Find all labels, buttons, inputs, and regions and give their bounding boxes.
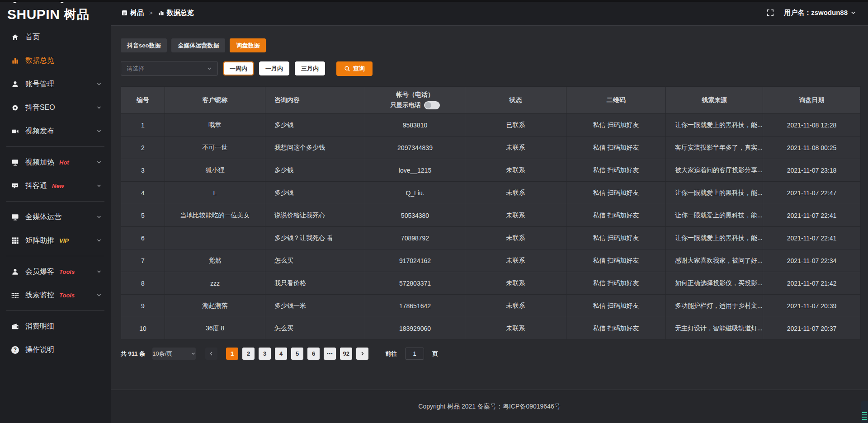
col-header-source: 线索来源 [666, 87, 763, 114]
cell-qrcode-link[interactable]: 私信 扫码加好友 [566, 159, 666, 182]
cell-qrcode-link[interactable]: 私信 扫码加好友 [566, 249, 666, 272]
cell-source-link[interactable]: 无主灯设计，智能磁吸轨道灯... [666, 317, 763, 340]
cell-source-link[interactable]: 让你一眼就爱上的黑科技，能... [666, 182, 763, 204]
chevron-down-icon [96, 238, 102, 243]
page-button-1[interactable]: 1 [226, 348, 238, 360]
cell-qrcode-link[interactable]: 私信 扫码加好友 [566, 272, 666, 295]
tools-badge: Tools [59, 268, 75, 275]
search-icon [344, 66, 350, 72]
sidebar-item-member-burst[interactable]: 会员爆客 Tools [0, 260, 111, 283]
next-page-button[interactable] [356, 348, 368, 360]
chevron-down-icon [96, 105, 102, 110]
cell-qrcode-link[interactable]: 私信 扫码加好友 [566, 317, 666, 340]
page-size-select[interactable]: 10条/页 [152, 348, 196, 360]
floating-widget[interactable] [861, 401, 868, 423]
cell-qrcode-link[interactable]: 私信 扫码加好友 [566, 204, 666, 227]
video-camera-icon [11, 127, 19, 135]
cell-qrcode-link[interactable]: 私信 扫码加好友 [566, 295, 666, 317]
screen-icon [11, 159, 19, 166]
logo-text: SHUPIN [7, 8, 60, 21]
table-row: 3 狐小狸 多少钱 love__1215 未联系 私信 扫码加好友 被大家追着问… [121, 159, 861, 182]
sidebar-item-video-heat[interactable]: 视频加热 Hot [0, 150, 111, 174]
cell-status: 未联系 [465, 159, 566, 182]
period-month-button[interactable]: 一月内 [259, 61, 289, 75]
sidebar: SHUPIN 树品 首页 数据总览 账号管理 [0, 0, 111, 423]
jump-page-input[interactable] [405, 348, 424, 360]
cell-qrcode-link[interactable]: 私信 扫码加好友 [566, 182, 666, 204]
sidebar-item-omni-media[interactable]: 全媒体运营 [0, 205, 111, 229]
breadcrumb-root[interactable]: 树品 [130, 9, 144, 17]
cell-content: 我想问这个多少钱 [265, 136, 365, 159]
tab-inquiry-data[interactable]: 询盘数据 [230, 38, 266, 52]
cell-date: 2021-11-07 23:18 [763, 159, 861, 182]
filter-bar: 请选择 一周内 一月内 三月内 查询 [121, 61, 860, 76]
col-header-content: 咨询内容 [265, 87, 365, 114]
cell-source-link[interactable]: 如何正确选择投影仪，买投影... [666, 272, 763, 295]
tab-omni-media-data[interactable]: 全媒体运营数据 [171, 38, 225, 52]
cell-date: 2021-11-07 20:37 [763, 317, 861, 340]
monitor-icon [11, 213, 19, 221]
cell-index: 1 [121, 114, 165, 136]
cell-qrcode-link[interactable]: 私信 扫码加好友 [566, 114, 666, 136]
sidebar-item-label: 会员爆客 [25, 267, 54, 277]
table-row: 9 潮起潮落 多少钱一米 178651642 未联系 私信 扫码加好友 多功能护… [121, 295, 861, 317]
fullscreen-icon[interactable] [767, 9, 774, 16]
cell-account: 70898792 [365, 227, 465, 249]
cell-index: 10 [121, 317, 165, 340]
grid-icon [11, 237, 19, 244]
phone-only-toggle[interactable] [424, 101, 440, 109]
cell-nickname: 不可一世 [165, 136, 265, 159]
page-button-6[interactable]: 6 [307, 348, 320, 360]
menu-divider [6, 310, 104, 311]
cell-source-link[interactable]: 客厅安装投影半年多了，真实... [666, 136, 763, 159]
page-button-92[interactable]: 92 [340, 348, 352, 360]
prev-page-button[interactable] [205, 348, 217, 360]
username-dropdown[interactable]: 用户名：zswodun88 [784, 9, 848, 17]
cell-source-link[interactable]: 让你一眼就爱上的黑科技，能... [666, 114, 763, 136]
page-button-2[interactable]: 2 [242, 348, 255, 360]
sidebar-item-label: 视频发布 [25, 127, 54, 136]
sidebar-item-matrix-boost[interactable]: 矩阵助推 VIP [0, 229, 111, 252]
cell-account: 917024162 [365, 249, 465, 272]
sidebar-item-home[interactable]: 首页 [0, 25, 111, 49]
table-row: 2 不可一世 我想问这个多少钱 2097344839 未联系 私信 扫码加好友 … [121, 136, 861, 159]
cell-source-link[interactable]: 多功能护栏灯，适用于乡村文... [666, 295, 763, 317]
period-quarter-button[interactable]: 三月内 [295, 61, 325, 75]
tab-douyin-seo-data[interactable]: 抖音seo数据 [121, 38, 167, 52]
page-button-5[interactable]: 5 [291, 348, 303, 360]
sidebar-item-label: 账号管理 [25, 80, 54, 89]
sidebar-item-account-management[interactable]: 账号管理 [0, 72, 111, 96]
chevron-down-icon [96, 128, 102, 134]
cell-content: 多少钱 [265, 182, 365, 204]
more-pages-button[interactable]: ••• [324, 348, 336, 360]
sidebar-item-expense-detail[interactable]: 消费明细 [0, 315, 111, 338]
search-button[interactable]: 查询 [336, 61, 373, 76]
chevron-down-icon [96, 183, 102, 188]
cell-status: 已联系 [465, 114, 566, 136]
sidebar-item-douyin-seo[interactable]: 抖音SEO [0, 96, 111, 119]
inquiry-table: 编号 客户昵称 咨询内容 帐号（电话） 只显示电话 [121, 86, 861, 340]
cell-source-link[interactable]: 感谢大家喜欢我家，被问了好... [666, 249, 763, 272]
period-week-button[interactable]: 一周内 [223, 61, 254, 75]
top-strip [0, 0, 868, 2]
page-button-3[interactable]: 3 [259, 348, 271, 360]
bar-chart-icon [158, 10, 164, 16]
sidebar-item-douketong[interactable]: 抖客通 New [0, 174, 111, 197]
tools-badge: Tools [59, 292, 75, 299]
cell-nickname [165, 227, 265, 249]
cell-source-link[interactable]: 让你一眼就爱上的黑科技，能... [666, 227, 763, 249]
cell-source-link[interactable]: 让你一眼就爱上的黑科技，能... [666, 204, 763, 227]
cell-qrcode-link[interactable]: 私信 扫码加好友 [566, 227, 666, 249]
bar-chart-icon [11, 57, 19, 65]
sidebar-item-video-publish[interactable]: 视频发布 [0, 119, 111, 143]
sidebar-item-lead-monitor[interactable]: 线索监控 Tools [0, 283, 111, 307]
account-select[interactable]: 请选择 [121, 61, 218, 76]
cell-source-link[interactable]: 被大家追着问的客厅投影分享... [666, 159, 763, 182]
home-icon [11, 33, 19, 41]
page-button-4[interactable]: 4 [275, 348, 287, 360]
sidebar-item-data-overview[interactable]: 数据总览 [0, 49, 111, 72]
brand-logo: SHUPIN 树品 [0, 0, 111, 24]
sidebar-item-help[interactable]: ? 操作说明 [0, 338, 111, 362]
cell-qrcode-link[interactable]: 私信 扫码加好友 [566, 136, 666, 159]
cell-index: 9 [121, 295, 165, 317]
